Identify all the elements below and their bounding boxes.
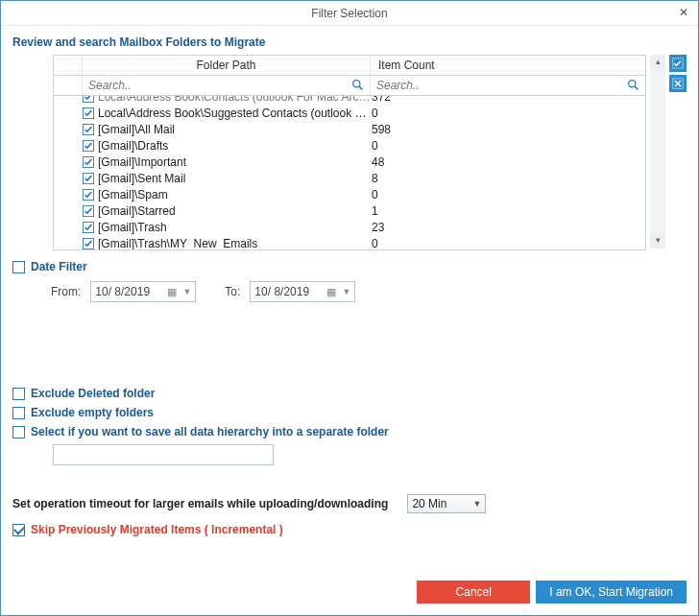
folder-grid: Folder Path Item Count	[53, 55, 646, 250]
date-filter-checkbox[interactable]	[12, 261, 25, 273]
chevron-down-icon[interactable]: ▼	[182, 287, 191, 296]
row-checkbox[interactable]	[83, 96, 94, 103]
item-count: 0	[372, 107, 378, 120]
from-label: From:	[51, 285, 81, 298]
folder-path: [Gmail]\Trash\MY_New_Emails	[98, 237, 372, 250]
row-checkbox[interactable]	[83, 222, 94, 233]
row-checkbox[interactable]	[83, 189, 94, 201]
col-item-count[interactable]: Item Count	[371, 56, 645, 75]
item-count: 1	[372, 204, 378, 218]
page-subtitle: Review and search Mailbox Folders to Mig…	[12, 36, 687, 49]
search-count-input[interactable]	[371, 76, 645, 95]
row-checkbox[interactable]	[83, 140, 94, 152]
exclude-empty-label: Exclude empty folders	[31, 406, 154, 419]
table-row[interactable]: [Gmail]\Important48	[54, 154, 645, 170]
to-date-value: 10/ 8/2019	[254, 285, 309, 298]
hierarchy-checkbox[interactable]	[12, 426, 25, 438]
folder-path: Local\Address Book\Contacts (outlook For…	[98, 96, 372, 104]
table-row[interactable]: [Gmail]\Spam0	[54, 186, 645, 202]
search-folder-input[interactable]	[83, 76, 370, 95]
row-checkbox[interactable]	[83, 205, 94, 217]
row-checkbox[interactable]	[83, 107, 94, 119]
item-count: 0	[372, 139, 378, 153]
item-count: 23	[372, 221, 384, 234]
table-row[interactable]: [Gmail]\All Mail598	[54, 121, 645, 137]
table-row[interactable]: [Gmail]\Starred1	[54, 202, 645, 219]
search-icon[interactable]	[351, 79, 364, 94]
row-checkbox[interactable]	[83, 173, 94, 184]
scroll-up-icon[interactable]: ▴	[650, 55, 665, 70]
table-row[interactable]: Local\Address Book\Contacts (outlook For…	[54, 96, 645, 105]
svg-line-1	[359, 86, 362, 89]
hierarchy-row: Select if you want to save all data hier…	[12, 425, 687, 438]
from-date-input[interactable]: 10/ 8/2019 ▦ ▼	[90, 281, 196, 302]
from-date-value: 10/ 8/2019	[95, 285, 150, 298]
cancel-button[interactable]: Cancel	[417, 580, 530, 604]
uncheck-all-button[interactable]	[669, 75, 687, 92]
skip-migrated-row: Skip Previously Migrated Items ( Increme…	[12, 523, 687, 536]
hierarchy-folder-input[interactable]	[53, 444, 274, 465]
item-count: 8	[372, 172, 378, 185]
folder-path: [Gmail]\Trash	[98, 221, 372, 234]
start-migration-button[interactable]: I am OK, Start Migration	[536, 580, 687, 604]
dialog-body: Review and search Mailbox Folders to Mig…	[1, 26, 698, 615]
item-count: 0	[372, 188, 378, 201]
table-row[interactable]: [Gmail]\Sent Mail8	[54, 170, 645, 186]
timeout-label: Set operation timeout for larger emails …	[12, 497, 388, 510]
item-count: 372	[372, 96, 391, 104]
col-folder-path[interactable]: Folder Path	[83, 56, 371, 75]
calendar-icon[interactable]: ▦	[167, 286, 177, 298]
grid-search-row	[54, 76, 645, 96]
svg-point-2	[629, 81, 636, 87]
titlebar: Filter Selection ✕	[1, 1, 698, 26]
chevron-down-icon: ▼	[472, 499, 481, 509]
folder-path: [Gmail]\Spam	[98, 188, 372, 201]
date-filter-label: Date Filter	[31, 260, 87, 273]
folder-path: Local\Address Book\Suggested Contacts (o…	[98, 107, 372, 120]
exclude-deleted-checkbox[interactable]	[12, 388, 25, 400]
grid-body[interactable]: Local\Address Book\Contacts (outlook For…	[54, 96, 645, 249]
item-count: 48	[372, 155, 384, 169]
svg-point-0	[353, 81, 360, 87]
scroll-down-icon[interactable]: ▾	[650, 233, 665, 249]
table-row[interactable]: Local\Address Book\Suggested Contacts (o…	[54, 105, 645, 121]
row-checkbox[interactable]	[83, 124, 94, 135]
timeout-value: 20 Min	[412, 497, 472, 510]
skip-migrated-checkbox[interactable]	[12, 524, 25, 536]
row-checkbox[interactable]	[83, 156, 94, 168]
exclude-deleted-label: Exclude Deleted folder	[31, 387, 155, 400]
date-filter-row: Date Filter	[12, 260, 687, 273]
row-checkbox[interactable]	[83, 238, 94, 249]
to-date-input[interactable]: 10/ 8/2019 ▦ ▼	[250, 281, 355, 302]
calendar-icon[interactable]: ▦	[326, 286, 336, 298]
folder-path: [Gmail]\Important	[98, 155, 372, 169]
to-label: To:	[225, 285, 240, 298]
folder-path: [Gmail]\Starred	[98, 204, 372, 218]
timeout-select[interactable]: 20 Min ▼	[407, 494, 486, 513]
item-count: 598	[372, 123, 391, 136]
search-icon[interactable]	[627, 79, 639, 94]
exclude-deleted-row: Exclude Deleted folder	[12, 387, 687, 400]
close-icon[interactable]: ✕	[675, 5, 692, 22]
check-all-button[interactable]	[669, 55, 687, 72]
grid-scrollbar[interactable]: ▴ ▾	[650, 55, 665, 249]
filter-selection-window: Filter Selection ✕ Review and search Mai…	[0, 0, 699, 616]
grid-header: Folder Path Item Count	[54, 56, 645, 76]
folder-path: [Gmail]\Sent Mail	[98, 172, 372, 185]
item-count: 0	[372, 237, 378, 250]
folder-path: [Gmail]\Drafts	[98, 139, 372, 153]
table-row[interactable]: [Gmail]\Drafts0	[54, 137, 645, 154]
folder-path: [Gmail]\All Mail	[98, 123, 372, 136]
table-row[interactable]: [Gmail]\Trash\MY_New_Emails0	[54, 235, 645, 249]
skip-migrated-label: Skip Previously Migrated Items ( Increme…	[31, 523, 283, 536]
window-title: Filter Selection	[311, 7, 387, 20]
exclude-empty-row: Exclude empty folders	[12, 406, 687, 419]
scroll-track[interactable]	[650, 70, 665, 233]
hierarchy-label: Select if you want to save all data hier…	[31, 425, 389, 438]
svg-line-3	[635, 86, 638, 89]
chevron-down-icon[interactable]: ▼	[342, 287, 350, 296]
exclude-empty-checkbox[interactable]	[12, 407, 25, 419]
table-row[interactable]: [Gmail]\Trash23	[54, 219, 645, 235]
